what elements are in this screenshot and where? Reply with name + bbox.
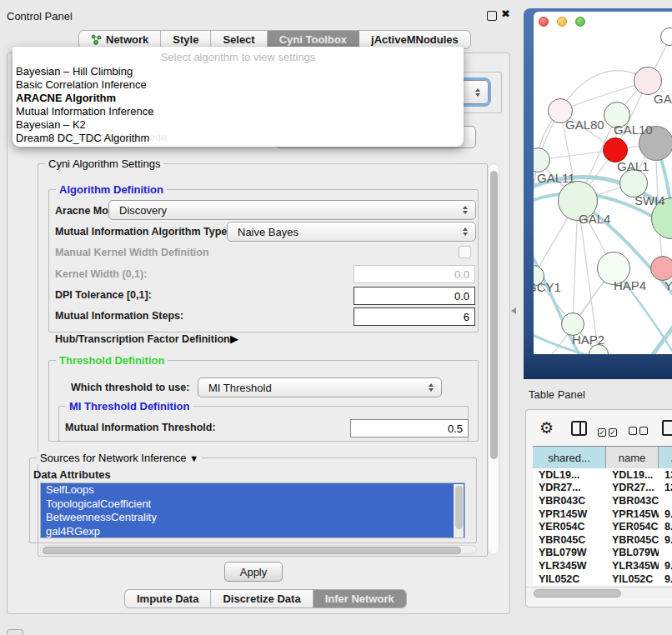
node-label-gal: GAL [654,92,672,106]
corner-widget[interactable] [7,629,23,635]
node-label-gal11: GAL11 [537,171,575,185]
algorithm-option-basic-correlation-inference[interactable]: Basic Correlation Inference [13,78,464,92]
settings-scrollbar[interactable] [488,163,499,555]
tab-label: Select [223,33,254,46]
table-row[interactable]: YDL19...YDL19...13 [533,468,672,482]
tab-impute-data[interactable]: Impute Data [125,590,211,608]
tab-style[interactable]: Style [161,31,211,48]
table-hscrollbar-thumb[interactable] [534,589,621,598]
table-cell: YIL052C [606,573,659,585]
bottom-tab-bar: Impute DataDiscretize DataInfer Network [124,589,407,608]
mi-threshold-field[interactable] [350,419,469,438]
panel-divider-handle-icon[interactable] [511,308,516,314]
close-icon[interactable]: ✖ [501,8,510,20]
table-cell: 9. [659,534,672,546]
table-cell: YIL052C [533,573,606,585]
expand-right-icon[interactable]: ▶ [230,332,238,345]
attr-list-scrollbar-thumb[interactable] [455,486,463,529]
mi-steps-field[interactable] [354,308,475,326]
tab-select[interactable]: Select [211,31,267,48]
aracne-mode-combo[interactable]: Discovery [108,200,476,220]
attribute-item-gal4rgexp[interactable]: gal4RGexp [41,525,464,539]
attribute-item-betweennesscentrality[interactable]: BetweennessCentrality [41,511,464,525]
settings-hscrollbar-thumb[interactable] [43,547,461,554]
tab-infer-network[interactable]: Infer Network [313,590,406,608]
table-cell: YER054C [606,521,659,532]
algorithm-option-aracne-algorithm[interactable]: ARACNE Algorithm [13,92,464,105]
table-row[interactable]: YER054CYER054C8. [533,520,672,533]
combo-spinner-icon [463,228,468,236]
node-label-gal1: GAL1 [617,159,649,173]
mi-type-value: Naive Bayes [238,226,298,238]
table-row[interactable]: YBR045CYBR045C9. [533,533,672,547]
table-hscrollbar[interactable] [526,587,672,598]
table-cell: YLR345W [533,560,606,572]
tab-network[interactable]: Network [79,31,161,48]
which-threshold-combo[interactable]: MI Threshold [198,378,442,398]
table-row[interactable]: YDR27...YDR27...12 [533,482,672,495]
table-row[interactable]: YPR145WYPR145W9. [533,508,672,521]
tab-label: Impute Data [137,592,198,605]
column-header-a[interactable]: A [659,447,672,468]
combo-spinner-icon [429,383,434,392]
attribute-item-selfloops[interactable]: SelfLoops [41,483,464,498]
network-node[interactable] [650,256,672,281]
settings-scrollbar-thumb[interactable] [490,171,498,459]
apply-button[interactable]: Apply [224,562,283,582]
tab-label: Infer Network [325,592,394,605]
node-label-swi4: SWI4 [634,193,665,208]
kernel-width-field[interactable] [354,265,475,283]
algorithm-option-bayesian-k2[interactable]: Bayesian – K2 [13,118,464,132]
node-label-gal4: GAL4 [579,212,610,226]
gear-icon[interactable]: ⚙ [539,420,554,436]
manual-kernel-checkbox[interactable] [459,246,471,258]
tab-cyni-toolbox[interactable]: Cyni Toolbox [268,31,359,48]
deselect-all-icon[interactable] [629,423,648,438]
float-window-icon[interactable] [487,11,497,21]
table-row[interactable]: YIL052CYIL052C9. [533,572,672,586]
table-row[interactable]: YLR345WYLR345W9. [533,559,672,572]
collapse-down-icon[interactable]: ▼ [189,453,198,463]
algorithm-option-bayesian-hill-climbing[interactable]: Bayesian – Hill Climbing [13,65,464,78]
node-label-y: Y [664,278,672,292]
settings-hscrollbar[interactable] [40,545,477,554]
attr-list-scrollbar[interactable] [454,484,464,538]
algorithm-option-dream8-dc-tdc-algorithm[interactable]: Dream8 DC_TDC Algorithm [13,132,464,145]
which-threshold-value: MI Threshold [208,382,272,394]
attribute-item-topologicalcoefficient[interactable]: TopologicalCoefficient [41,498,464,512]
table-cell: 12 [659,482,672,493]
table-cell: YDL19... [533,469,606,481]
tab-label: Discretize Data [223,592,300,605]
algorithm-option-mutual-information-inference[interactable]: Mutual Information Inference [13,105,464,118]
select-all-icon[interactable]: ✓✓ [598,423,617,438]
which-threshold-label: Which threshold to use: [71,382,189,393]
table-panel: ⚙ ✓✓ shared...nameA YDL19...YDL19...13YD… [525,409,672,608]
document-icon[interactable] [662,420,672,436]
table-cell: YBL079W [533,547,606,558]
tab-label: Cyni Toolbox [279,33,347,46]
network-node[interactable] [634,67,662,95]
network-icon [91,34,102,45]
tab-discretize-data[interactable]: Discretize Data [211,590,313,608]
column-header-shared-[interactable]: shared... [533,447,606,468]
tab-jactivemnodules[interactable]: jActiveMNodules [359,31,470,48]
tab-label: Style [173,33,198,46]
combo-spinner-icon [475,88,480,97]
column-header-name[interactable]: name [606,447,659,468]
hub-section-label: Hub/Transcription Factor Definition [55,333,230,345]
table-row[interactable]: YBL079WYBL079W [533,547,672,560]
table-cell: 9. [659,508,672,520]
table-row[interactable]: YBR043CYBR043C [533,494,672,508]
mi-type-label: Mutual Information Algorithm Type: [55,226,230,238]
table-cell: YDR27... [606,482,659,493]
mi-type-combo[interactable]: Naive Bayes [227,222,476,242]
table-cell: YBR045C [606,534,659,546]
table-panel-title: Table Panel [529,388,585,401]
table-cell: YDR27... [533,482,606,493]
split-columns-icon[interactable] [571,421,587,436]
mi-threshold-title: MI Threshold Definition [66,400,193,412]
algorithm-definition-title: Algorithm Definition [56,183,167,196]
cyni-settings-title: Cyni Algorithm Settings [45,158,163,170]
dpi-tolerance-field[interactable] [354,287,475,305]
manual-kernel-label: Manual Kernel Width Definition [55,247,209,258]
